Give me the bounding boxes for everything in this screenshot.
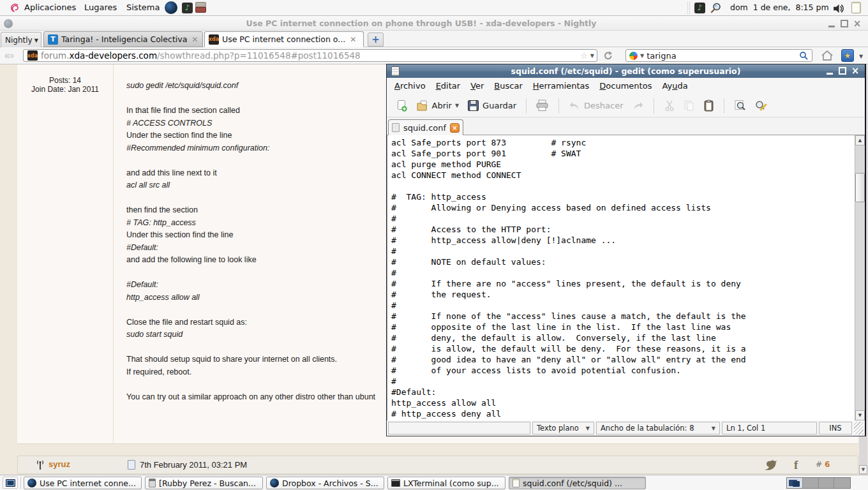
- user-posts-count: Posts: 14: [17, 76, 113, 85]
- taskbar-button-firefox-dropbox[interactable]: Dropbox - Archivos - S...: [266, 477, 384, 489]
- facebook-icon[interactable]: f: [794, 458, 798, 472]
- browser-close-button[interactable]: ×: [853, 19, 862, 28]
- post-line: [126, 192, 375, 205]
- tab-taringa-close-icon[interactable]: ✕: [191, 35, 198, 44]
- tray-notes-icon[interactable]: [851, 2, 861, 13]
- gedit-window: squid.conf (/etc/squid) - gedit (como su…: [386, 64, 866, 436]
- bookmarks-sidebar-icon[interactable]: ★: [841, 49, 854, 62]
- new-document-button[interactable]: [392, 100, 412, 112]
- gedit-menu-item[interactable]: Ver: [465, 79, 489, 93]
- browser-launcher-icon[interactable]: [165, 1, 177, 14]
- replace-button[interactable]: [750, 100, 771, 112]
- gedit-menu-item[interactable]: Herramientas: [528, 79, 595, 93]
- urlbar-dropdown-icon[interactable]: ▼: [590, 53, 594, 59]
- panel-grip[interactable]: [687, 1, 691, 14]
- gedit-menu-item[interactable]: Editar: [431, 79, 466, 93]
- undo-button[interactable]: Deshacer: [564, 100, 627, 112]
- search-engine-dropdown-icon[interactable]: ▼: [640, 53, 644, 59]
- workspace-3[interactable]: [819, 478, 835, 488]
- gedit-text-area[interactable]: acl Safe_ports port 873 # rsync acl Safe…: [387, 135, 865, 420]
- tray-magnifier-icon[interactable]: [710, 2, 722, 14]
- show-desktop-button[interactable]: [3, 477, 18, 489]
- panel-menu-aplicaciones[interactable]: Aplicaciones: [22, 0, 79, 15]
- gedit-scroll-up-icon[interactable]: ▲: [855, 135, 865, 145]
- taskbar-button-label: Use PC internet conne...: [40, 479, 136, 488]
- gedit-maximize-button[interactable]: [838, 66, 847, 75]
- paste-button[interactable]: [699, 100, 719, 112]
- browser-navbar: «∘ xda forum.xda-developers.com/showthre…: [0, 47, 868, 64]
- taskbar: Use PC internet conne... [Rubby Perez - …: [0, 475, 868, 490]
- workspace-4[interactable]: [834, 478, 850, 488]
- statusbar-cursor-position: Ln 1, Col 1: [722, 422, 817, 434]
- browser-maximize-button[interactable]: [840, 19, 849, 28]
- reload-icon[interactable]: [602, 50, 613, 61]
- statusbar-overwrite-mode[interactable]: INS: [819, 422, 852, 434]
- browser-minimize-button[interactable]: [827, 19, 836, 28]
- tab-xda-active[interactable]: xda Use PC internet connection o... ✕: [204, 31, 364, 47]
- gedit-menu-item-ayuda[interactable]: Ayuda: [657, 79, 692, 93]
- workspace-1[interactable]: [787, 478, 803, 488]
- new-tab-button[interactable]: +: [368, 33, 384, 47]
- post-line: # TAG: http_access: [126, 217, 375, 230]
- panel-clock[interactable]: dom 1 de ene, 8:15 pm: [728, 0, 832, 15]
- gedit-scrollbar-thumb[interactable]: [855, 173, 865, 202]
- taskbar-button-firefox-xda[interactable]: Use PC internet conne...: [24, 477, 142, 489]
- panel-menu-sistema[interactable]: Sistema: [124, 0, 162, 15]
- taskbar-button-gedit[interactable]: squid.conf (/etc/squid) ...: [509, 477, 646, 489]
- gedit-doctab-label: squid.conf: [403, 123, 446, 133]
- gedit-resize-grip[interactable]: [854, 422, 864, 434]
- twitter-icon[interactable]: [763, 459, 780, 472]
- back-button[interactable]: «∘: [4, 49, 13, 62]
- document-icon: [392, 123, 400, 132]
- post-line: sudo start squid: [126, 329, 375, 341]
- url-bar[interactable]: xda forum.xda-developers.com/showthread.…: [23, 49, 597, 62]
- debian-logo-icon[interactable]: [8, 2, 20, 14]
- copy-button[interactable]: [679, 100, 699, 112]
- gedit-close-button[interactable]: ×: [851, 66, 860, 75]
- cut-button[interactable]: [659, 100, 679, 112]
- panel-menu-lugares[interactable]: Lugares: [82, 0, 119, 15]
- post-line: You can try out a similar approach on an…: [126, 391, 375, 404]
- open-button[interactable]: Abrir▼: [412, 100, 463, 112]
- open-dropdown-icon[interactable]: ▼: [455, 103, 459, 108]
- gedit-menu-item[interactable]: Documentos: [594, 79, 657, 93]
- tray-music-icon[interactable]: ♪: [694, 3, 705, 13]
- package-launcher-icon[interactable]: [195, 2, 207, 14]
- search-input[interactable]: tarigna: [647, 51, 797, 61]
- gedit-menu-item[interactable]: Buscar: [489, 79, 527, 93]
- redo-button[interactable]: [627, 100, 648, 112]
- post-number[interactable]: # 6: [816, 460, 830, 469]
- print-button[interactable]: [532, 100, 553, 112]
- workspace-pager[interactable]: [786, 477, 851, 489]
- gedit-doctab-close-icon[interactable]: ×: [450, 123, 460, 133]
- search-go-icon[interactable]: [799, 51, 809, 61]
- search-bar[interactable]: ▼ tarigna: [625, 49, 812, 62]
- gedit-document-tab[interactable]: squid.conf ×: [388, 119, 463, 135]
- gedit-scroll-down-icon[interactable]: ▼: [855, 410, 865, 420]
- volume-icon[interactable]: [832, 3, 844, 15]
- gedit-titlebar[interactable]: squid.conf (/etc/squid) - gedit (como su…: [387, 64, 865, 78]
- gedit-scrollbar[interactable]: ▲ ▼: [855, 135, 865, 420]
- gedit-text-content[interactable]: acl Safe_ports port 873 # rsync acl Safe…: [391, 137, 746, 419]
- bookmark-star-icon[interactable]: ☆: [580, 51, 588, 61]
- post-author-link[interactable]: syruz: [49, 459, 70, 469]
- gedit-minimize-button[interactable]: [825, 66, 834, 75]
- save-button[interactable]: Guardar: [463, 100, 521, 112]
- statusbar-tab-width-selector[interactable]: Ancho de la tabulación: 8▼: [596, 422, 720, 434]
- gedit-menu-item[interactable]: Archivo: [389, 79, 431, 93]
- tab-xda-close-icon[interactable]: ✕: [350, 35, 356, 44]
- find-button[interactable]: [730, 100, 750, 112]
- statusbar-language-selector[interactable]: Texto plano▼: [532, 422, 594, 434]
- bookmarks-dropdown-icon[interactable]: ▼: [859, 54, 863, 59]
- taskbar-button-media-player[interactable]: [Rubby Perez - Buscan...: [145, 477, 263, 489]
- post-date: 7th February 2011, 03:21 PM: [140, 460, 247, 470]
- taskbar-button-lxterminal[interactable]: LXTerminal (como sup...: [387, 477, 505, 489]
- home-icon[interactable]: [821, 50, 834, 62]
- firefox-app-menu-button[interactable]: Nightly▼: [1, 32, 41, 47]
- tab-taringa[interactable]: T Taringa! - Inteligencia Colectiva ✕: [43, 31, 203, 47]
- scroll-down-icon[interactable]: ▼: [859, 465, 867, 474]
- music-player-launcher-icon[interactable]: ♪: [182, 3, 193, 13]
- tab-xda-label: Use PC internet connection o...: [222, 34, 345, 44]
- post-line: acl all src all: [126, 179, 375, 192]
- workspace-2[interactable]: [803, 478, 819, 488]
